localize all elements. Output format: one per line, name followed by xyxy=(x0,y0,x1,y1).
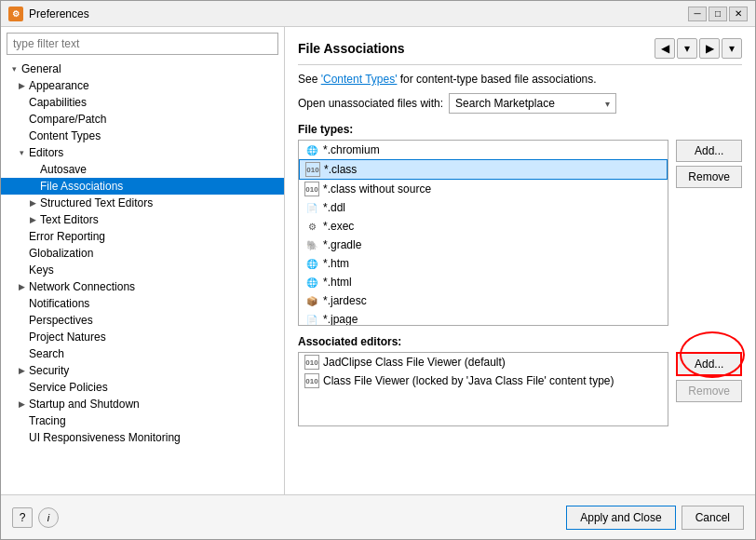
associated-editors-section: Associated editors: 010 JadClipse Class … xyxy=(298,335,742,483)
file-icon: 🌐 xyxy=(304,256,319,271)
tree-item-file-associations[interactable]: ▶ File Associations xyxy=(1,178,284,195)
left-panel: ▾ General ▶ Appearance ▶ Capabilities ▶ … xyxy=(1,27,285,494)
bottom-left-buttons: ? i xyxy=(12,507,59,528)
tree-item-perspectives[interactable]: ▶ Perspectives xyxy=(1,312,284,329)
tree-item-security[interactable]: ▶ Security xyxy=(1,362,284,379)
list-item[interactable]: 📦 *.jardesc xyxy=(299,291,668,310)
help-button[interactable]: ? xyxy=(12,507,33,528)
expand-icon: ▶ xyxy=(27,197,38,209)
right-panel: File Associations ◀ ▾ ▶ ▾ See 'Content T… xyxy=(285,27,755,494)
tree-item-editors[interactable]: ▾ Editors xyxy=(1,144,284,161)
tree-item-project-natures[interactable]: ▶ Project Natures xyxy=(1,329,284,345)
bottom-bar: ? i Apply and Close Cancel xyxy=(1,494,755,539)
title-bar: ⚙ Preferences ─ □ ✕ xyxy=(1,1,755,27)
back-button[interactable]: ◀ xyxy=(655,38,675,59)
info-button[interactable]: i xyxy=(38,507,59,528)
file-icon: 📄 xyxy=(304,200,319,215)
nav-toolbar: ◀ ▾ ▶ ▾ xyxy=(655,38,742,59)
title-bar-controls: ─ □ ✕ xyxy=(688,7,748,21)
file-icon: 📄 xyxy=(304,312,319,326)
associated-editors-list[interactable]: 010 JadClipse Class File Viewer (default… xyxy=(298,352,668,426)
filter-input[interactable] xyxy=(7,33,278,55)
file-types-list[interactable]: 🌐 *.chromium 010 *.class → 010 xyxy=(298,140,668,326)
file-icon: 010 xyxy=(304,182,319,196)
right-panel-wrapper: File Associations ◀ ▾ ▶ ▾ See 'Content T… xyxy=(285,27,755,494)
file-icon: 010 xyxy=(305,162,320,177)
editor-icon: 010 xyxy=(304,373,319,388)
file-icon: 🌐 xyxy=(304,275,319,290)
tree-item-globalization[interactable]: ▶ Globalization xyxy=(1,245,284,262)
minimize-button[interactable]: ─ xyxy=(688,7,707,21)
tree-item-ui-responsiveness[interactable]: ▶ UI Responsiveness Monitoring xyxy=(1,429,284,446)
expand-icon: ▶ xyxy=(16,281,27,292)
file-icon: 📦 xyxy=(304,293,319,308)
tree-item-content-types[interactable]: ▶ Content Types xyxy=(1,128,284,144)
remove-editor-button[interactable]: Remove xyxy=(676,380,742,402)
list-item-class-file-viewer[interactable]: 010 Class File Viewer (locked by 'Java C… xyxy=(299,371,668,390)
tree-item-error-reporting[interactable]: ▶ Error Reporting xyxy=(1,228,284,245)
list-item[interactable]: 010 *.class without source xyxy=(299,180,668,198)
associated-editors-label: Associated editors: xyxy=(298,335,742,348)
title-bar-title: Preferences xyxy=(29,7,688,20)
dropdown-button[interactable]: ▾ xyxy=(677,38,697,59)
tree-item-text-editors[interactable]: ▶ Text Editors xyxy=(1,211,284,228)
file-types-label: File types: xyxy=(298,123,742,136)
list-item[interactable]: ⚙ *.exec xyxy=(299,217,668,236)
tree-item-network-connections[interactable]: ▶ Network Connections xyxy=(1,278,284,295)
arrow-placeholder: ▶ xyxy=(16,80,27,91)
tree-item-search[interactable]: ▶ Search xyxy=(1,345,284,362)
content-types-link[interactable]: 'Content Types' xyxy=(321,73,398,86)
marketplace-dropdown[interactable]: Search Marketplace ▾ xyxy=(449,93,616,114)
file-type-buttons: Add... Remove xyxy=(676,140,742,326)
dialog-icon: ⚙ xyxy=(8,7,23,21)
add-file-type-button[interactable]: Add... xyxy=(676,140,742,162)
file-icon: ⚙ xyxy=(304,219,319,234)
section-title: File Associations xyxy=(298,41,405,56)
content-area: ▾ General ▶ Appearance ▶ Capabilities ▶ … xyxy=(1,27,755,494)
close-button[interactable]: ✕ xyxy=(729,7,748,21)
list-item[interactable]: 010 *.class → xyxy=(299,159,668,180)
file-icon: 🌐 xyxy=(304,142,319,157)
editor-icon: 010 xyxy=(304,355,319,370)
tree-item-keys[interactable]: ▶ Keys xyxy=(1,262,284,278)
remove-file-type-button[interactable]: Remove xyxy=(676,166,742,188)
expand-icon: ▾ xyxy=(16,147,27,158)
list-item[interactable]: 🌐 *.html xyxy=(299,273,668,291)
tree-item-appearance[interactable]: ▶ Appearance xyxy=(1,77,284,94)
list-item[interactable]: 🐘 *.gradle xyxy=(299,236,668,254)
preferences-dialog: ⚙ Preferences ─ □ ✕ ▾ General ▶ Appearan… xyxy=(0,0,756,540)
tree-item-service-policies[interactable]: ▶ Service Policies xyxy=(1,379,284,396)
expand-icon: ▾ xyxy=(8,63,20,74)
file-icon: 🐘 xyxy=(304,237,319,252)
expand-icon: ▶ xyxy=(16,365,27,376)
tree-item-capabilities[interactable]: ▶ Capabilities xyxy=(1,94,284,111)
tree-item-startup-shutdown[interactable]: ▶ Startup and Shutdown xyxy=(1,396,284,412)
tree-item-general[interactable]: ▾ General xyxy=(1,61,284,77)
tree-item-notifications[interactable]: ▶ Notifications xyxy=(1,295,284,312)
menu-button[interactable]: ▾ xyxy=(722,38,742,59)
expand-icon: ▶ xyxy=(27,214,38,225)
file-types-container: 🌐 *.chromium 010 *.class → 010 xyxy=(298,140,742,326)
forward-button[interactable]: ▶ xyxy=(699,38,720,59)
list-item[interactable]: 🌐 *.htm xyxy=(299,254,668,273)
open-unassociated-row: Open unassociated files with: Search Mar… xyxy=(298,93,742,114)
list-item[interactable]: 📄 *.ddl xyxy=(299,198,668,217)
tree-item-autosave[interactable]: ▶ Autosave xyxy=(1,161,284,178)
tree-item-compare-patch[interactable]: ▶ Compare/Patch xyxy=(1,111,284,128)
associated-editor-buttons: Add... Remove xyxy=(676,352,742,430)
list-item[interactable]: 🌐 *.chromium xyxy=(299,141,668,159)
cancel-button[interactable]: Cancel xyxy=(682,506,744,530)
dropdown-arrow-icon: ▾ xyxy=(605,99,610,109)
list-item-jadclipse[interactable]: 010 JadClipse Class File Viewer (default… xyxy=(299,353,668,371)
apply-close-button[interactable]: Apply and Close xyxy=(566,506,675,530)
tree-item-structured-text-editors[interactable]: ▶ Structured Text Editors xyxy=(1,195,284,211)
list-item[interactable]: 📄 *.jpage xyxy=(299,310,668,326)
maximize-button[interactable]: □ xyxy=(709,7,727,21)
expand-icon: ▶ xyxy=(16,398,27,410)
add-editor-button[interactable]: Add... xyxy=(676,352,742,376)
tree-item-tracing[interactable]: ▶ Tracing xyxy=(1,412,284,429)
associated-editors-container: 010 JadClipse Class File Viewer (default… xyxy=(298,352,742,430)
info-text: See 'Content Types' for content-type bas… xyxy=(298,73,742,86)
tree-area: ▾ General ▶ Appearance ▶ Capabilities ▶ … xyxy=(1,61,284,494)
open-unassociated-label: Open unassociated files with: xyxy=(298,97,443,110)
